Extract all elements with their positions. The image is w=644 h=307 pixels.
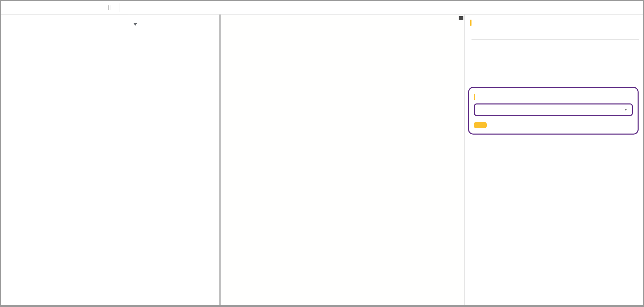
datasource-dropdown annotation-datasource[interactable] bbox=[474, 103, 633, 116]
fields-card-title bbox=[470, 20, 639, 26]
accent-bar bbox=[474, 94, 475, 100]
tree-root-sage100de[interactable] bbox=[129, 20, 219, 29]
details-panel bbox=[464, 15, 643, 305]
sql-code-editor[interactable] bbox=[221, 15, 464, 305]
chevron-down-icon[interactable] bbox=[134, 23, 137, 26]
sql-test-title-row bbox=[474, 94, 633, 100]
toolbar-spacer bbox=[1, 1, 116, 14]
fields-table bbox=[472, 30, 639, 40]
sidebar bbox=[1, 15, 129, 305]
editor-scrollbar-thumb[interactable] bbox=[459, 16, 463, 20]
connector-tree-panel bbox=[129, 15, 219, 305]
sql-test-card annotation-sql-test bbox=[468, 87, 639, 135]
drag-handle-icon[interactable] bbox=[108, 5, 111, 10]
datasource-value-wrap bbox=[528, 109, 628, 111]
chevron-down-icon bbox=[624, 109, 627, 111]
accent-bar bbox=[470, 20, 472, 26]
main-content bbox=[1, 15, 643, 305]
app-window bbox=[0, 0, 644, 307]
run-sql-test-button[interactable] bbox=[474, 122, 487, 128]
fields-table-header bbox=[472, 30, 639, 40]
toolbar-divider bbox=[119, 3, 119, 12]
toolbar bbox=[1, 1, 643, 15]
